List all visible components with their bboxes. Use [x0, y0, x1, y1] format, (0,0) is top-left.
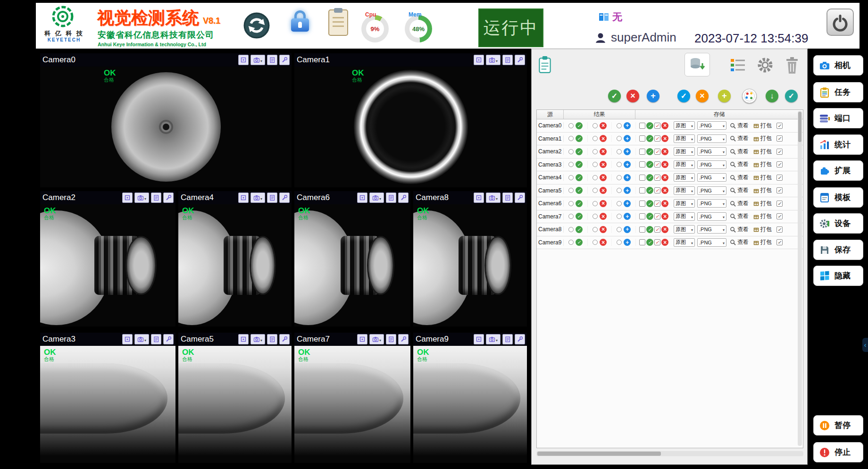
pack-button[interactable]: 打包	[753, 212, 776, 220]
row-enable-checkbox[interactable]	[776, 149, 783, 155]
result-ng-radio[interactable]	[588, 135, 612, 142]
result-ok-radio[interactable]	[564, 239, 588, 246]
image-type-select[interactable]: 原图	[674, 121, 695, 130]
report-list-icon[interactable]	[502, 193, 513, 203]
result-add-radio[interactable]	[612, 239, 636, 246]
store-ok-checkbox[interactable]	[639, 213, 645, 219]
store-ng-checkbox[interactable]	[654, 187, 660, 193]
capture-region-icon[interactable]	[238, 55, 249, 65]
pack-button[interactable]: 打包	[753, 200, 776, 208]
result-add-radio[interactable]	[612, 213, 636, 220]
capture-region-icon[interactable]	[122, 193, 133, 203]
store-ok-checkbox[interactable]	[639, 239, 645, 245]
pack-button[interactable]: 打包	[753, 174, 776, 182]
sidebar-item-save[interactable]: 保存	[813, 240, 863, 260]
result-ng-radio[interactable]	[588, 122, 612, 129]
store-ok-checkbox[interactable]	[639, 201, 645, 207]
result-ng-radio[interactable]	[588, 213, 612, 220]
file-format-select[interactable]: .PNG	[697, 212, 726, 221]
result-ng-radio[interactable]	[588, 161, 612, 168]
capture-region-icon[interactable]	[238, 193, 249, 203]
collapse-panel-arrow[interactable]: ‹	[862, 338, 868, 352]
palette-button[interactable]	[742, 89, 757, 103]
row-enable-checkbox[interactable]	[776, 187, 783, 193]
row-enable-checkbox[interactable]	[776, 161, 783, 168]
file-format-select[interactable]: .PNG	[697, 134, 726, 143]
view-button[interactable]: 查看	[730, 186, 753, 194]
pack-button[interactable]: 打包	[753, 122, 776, 130]
report-list-icon[interactable]	[151, 193, 161, 203]
view-button[interactable]: 查看	[730, 148, 753, 156]
report-list-icon[interactable]	[267, 334, 277, 344]
view-button[interactable]: 查看	[730, 122, 753, 130]
file-format-select[interactable]: .PNG	[697, 186, 726, 195]
settings-wrench-icon[interactable]	[279, 55, 290, 65]
store-ng-checkbox[interactable]	[654, 123, 660, 129]
snapshot-camera-icon[interactable]	[250, 55, 265, 65]
capture-region-icon[interactable]	[474, 193, 484, 203]
report-list-icon[interactable]	[386, 334, 396, 344]
sidebar-item-port[interactable]: 端口	[813, 108, 863, 128]
settings-wrench-icon[interactable]	[279, 334, 290, 344]
pack-button[interactable]: 打包	[753, 160, 776, 168]
image-type-select[interactable]: 原图	[674, 173, 695, 182]
result-ng-radio[interactable]	[588, 148, 612, 155]
settings-wrench-icon[interactable]	[398, 193, 409, 203]
horizontal-scrollbar[interactable]	[536, 451, 803, 456]
store-ng-checkbox[interactable]	[654, 161, 660, 168]
sidebar-item-task[interactable]: 任务	[813, 82, 863, 102]
store-ng-checkbox[interactable]	[654, 226, 660, 233]
result-add-radio[interactable]	[612, 187, 636, 194]
sidebar-item-statistics[interactable]: 统计	[813, 134, 863, 155]
file-format-select[interactable]: .PNG	[697, 199, 726, 208]
row-enable-checkbox[interactable]	[776, 213, 783, 219]
store-ok-checkbox[interactable]	[639, 161, 645, 168]
lock-icon[interactable]	[290, 10, 310, 40]
result-ng-radio[interactable]	[588, 187, 612, 194]
snapshot-camera-icon[interactable]	[486, 193, 501, 203]
result-add-radio[interactable]	[612, 148, 636, 155]
result-add-radio[interactable]	[612, 200, 636, 207]
result-add-radio[interactable]	[612, 122, 636, 129]
capture-region-icon[interactable]	[474, 334, 484, 344]
view-button[interactable]: 查看	[730, 174, 753, 182]
view-button[interactable]: 查看	[730, 200, 753, 208]
settings-wrench-icon[interactable]	[515, 193, 525, 203]
file-format-select[interactable]: .PNG	[697, 173, 726, 182]
snapshot-camera-icon[interactable]	[134, 334, 149, 344]
file-format-select[interactable]: .PNG	[697, 160, 726, 169]
snapshot-camera-icon[interactable]	[369, 334, 384, 344]
export-database-button[interactable]	[684, 53, 710, 76]
apply-all-button[interactable]	[785, 90, 798, 102]
settings-wrench-icon[interactable]	[279, 193, 290, 203]
vertical-scrollbar[interactable]	[798, 111, 802, 446]
result-add-radio[interactable]	[612, 226, 636, 233]
settings-wrench-icon[interactable]	[515, 55, 525, 65]
result-add-radio[interactable]	[612, 174, 636, 181]
row-enable-checkbox[interactable]	[776, 201, 783, 207]
row-enable-checkbox[interactable]	[776, 135, 783, 142]
report-list-icon[interactable]	[267, 55, 277, 65]
view-button[interactable]: 查看	[730, 226, 753, 234]
settings-wrench-icon[interactable]	[515, 334, 525, 344]
result-ng-radio[interactable]	[588, 226, 612, 233]
image-type-select[interactable]: 原图	[674, 238, 695, 247]
settings-wrench-icon[interactable]	[163, 193, 174, 203]
report-list-icon[interactable]	[502, 334, 513, 344]
result-ok-radio[interactable]	[564, 122, 588, 129]
capture-region-icon[interactable]	[474, 55, 484, 65]
result-ok-radio[interactable]	[564, 200, 588, 207]
snapshot-camera-icon[interactable]	[250, 193, 265, 203]
row-enable-checkbox[interactable]	[776, 123, 783, 129]
result-ok-radio[interactable]	[564, 213, 588, 220]
capture-region-icon[interactable]	[122, 334, 133, 344]
store-ng-checkbox[interactable]	[654, 239, 660, 245]
result-ok-radio[interactable]	[564, 187, 588, 194]
result-ng-radio[interactable]	[588, 174, 612, 181]
pack-button[interactable]: 打包	[753, 148, 776, 156]
store-ng-checkbox[interactable]	[654, 213, 660, 219]
delete-trash-button[interactable]	[783, 55, 801, 76]
store-ok-checkbox[interactable]	[639, 135, 645, 142]
store-ok-checkbox[interactable]	[639, 123, 645, 129]
store-ok-checkbox[interactable]	[639, 187, 645, 193]
